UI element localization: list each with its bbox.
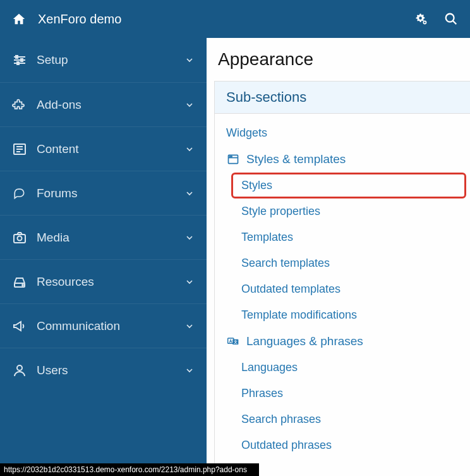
page-title: Appearance: [207, 49, 470, 81]
sidebar-item-label: Users: [37, 363, 184, 377]
home-icon[interactable]: [11, 11, 27, 27]
link-widgets[interactable]: Widgets: [215, 120, 470, 146]
link-phrases[interactable]: Phrases: [215, 381, 470, 406]
main-content: Appearance Sub-sections Widgets Styles &…: [207, 38, 470, 463]
puzzle-icon: [11, 97, 28, 113]
group-styles-templates[interactable]: Styles & templates: [215, 146, 470, 173]
sidebar-item-communication[interactable]: Communication: [0, 303, 207, 348]
sidebar-item-label: Resources: [37, 275, 184, 289]
svg-rect-7: [16, 56, 18, 58]
status-bar: https://2032b1d2c0331513.demo-xenforo.co…: [0, 463, 259, 476]
svg-point-15: [18, 236, 22, 240]
status-url: https://2032b1d2c0331513.demo-xenforo.co…: [4, 465, 247, 474]
bullhorn-icon: [11, 318, 28, 334]
sidebar-item-addons[interactable]: Add-ons: [0, 82, 207, 126]
sidebar-item-users[interactable]: Users: [0, 348, 207, 392]
group-label: Languages & phrases: [246, 334, 363, 348]
sidebar-item-label: Media: [37, 231, 184, 245]
sidebar-item-resources[interactable]: Resources: [0, 259, 207, 303]
sub-sections-panel: Sub-sections Widgets Styles & templates …: [214, 81, 470, 463]
hdd-icon: [11, 274, 28, 290]
link-outdated-phrases[interactable]: Outdated phrases: [215, 432, 470, 458]
sub-sections-header: Sub-sections: [215, 82, 470, 114]
sidebar-item-label: Communication: [37, 319, 184, 333]
chevron-down-icon: [184, 365, 195, 376]
link-styles[interactable]: Styles: [231, 173, 466, 198]
header: XenForo demo: [0, 0, 470, 38]
chevron-down-icon: [184, 276, 195, 288]
sidebar-item-media[interactable]: Media: [0, 215, 207, 259]
svg-point-22: [231, 156, 232, 157]
sidebar: Setup Add-ons Content: [0, 38, 207, 463]
app-title[interactable]: XenForo demo: [38, 12, 413, 27]
sliders-icon: [11, 52, 28, 68]
sidebar-item-label: Add-ons: [37, 98, 184, 112]
user-icon: [11, 362, 28, 379]
sidebar-item-forums[interactable]: Forums: [0, 171, 207, 215]
svg-point-18: [17, 365, 22, 370]
group-label: Styles & templates: [246, 152, 346, 166]
sidebar-item-content[interactable]: Content: [0, 126, 207, 171]
comments-icon: [11, 185, 28, 202]
svg-rect-8: [21, 59, 23, 61]
chevron-down-icon: [184, 232, 195, 243]
gears-icon[interactable]: [413, 11, 428, 27]
container: Setup Add-ons Content: [0, 38, 470, 463]
link-search-phrases[interactable]: Search phrases: [215, 406, 470, 432]
sub-sections-list: Widgets Styles & templates Styles Style …: [215, 114, 470, 463]
svg-point-17: [22, 284, 23, 286]
header-actions: [413, 11, 459, 27]
link-templates[interactable]: Templates: [215, 224, 470, 250]
styles-icon: [226, 152, 240, 166]
newspaper-icon: [11, 141, 28, 157]
svg-line-3: [453, 21, 457, 25]
link-outdated-templates[interactable]: Outdated templates: [215, 276, 470, 302]
chevron-down-icon: [184, 143, 195, 155]
svg-text:A: A: [229, 339, 232, 343]
link-search-templates[interactable]: Search templates: [215, 250, 470, 276]
svg-point-1: [424, 21, 425, 23]
group-languages-phrases[interactable]: A文 Languages & phrases: [215, 328, 470, 355]
chevron-down-icon: [184, 99, 195, 111]
sidebar-item-label: Forums: [37, 186, 184, 200]
svg-rect-9: [17, 62, 19, 64]
chevron-down-icon: [184, 188, 195, 199]
svg-point-2: [446, 14, 454, 22]
sidebar-item-setup[interactable]: Setup: [0, 38, 207, 82]
chevron-down-icon: [184, 320, 195, 332]
search-icon[interactable]: [443, 11, 459, 27]
camera-icon: [11, 229, 28, 246]
svg-text:文: 文: [233, 339, 238, 344]
link-languages[interactable]: Languages: [215, 355, 470, 381]
svg-point-21: [229, 156, 230, 157]
sidebar-item-label: Content: [37, 142, 184, 156]
chevron-down-icon: [184, 54, 195, 66]
link-style-properties[interactable]: Style properties: [215, 198, 470, 224]
language-icon: A文: [226, 334, 240, 348]
link-template-modifications[interactable]: Template modifications: [215, 302, 470, 328]
sidebar-item-label: Setup: [37, 53, 184, 67]
